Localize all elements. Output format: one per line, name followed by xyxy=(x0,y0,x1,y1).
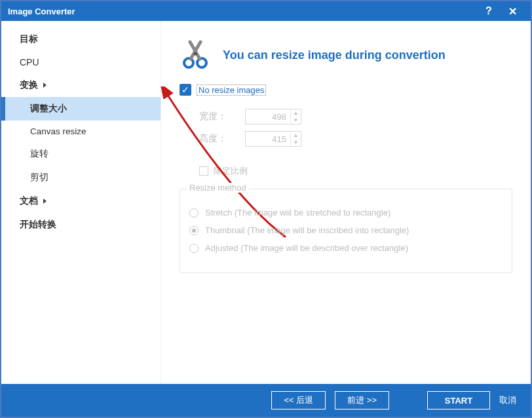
height-down-icon[interactable]: ▼ xyxy=(291,139,301,146)
no-resize-label[interactable]: No resize images xyxy=(197,85,266,96)
resize-method-legend: Resize method xyxy=(187,183,249,193)
sidebar-item-cpu[interactable]: CPU xyxy=(1,51,161,73)
radio-thumbnail-label: Thumbnail (The image will be inscribed i… xyxy=(205,225,409,235)
sidebar-subitem-crop[interactable]: 剪切 xyxy=(1,166,161,189)
forward-button[interactable]: 前进 >> xyxy=(335,391,389,409)
width-label: 宽度： xyxy=(199,111,245,123)
radio-stretch-icon xyxy=(189,208,199,218)
proportional-label: 限定比例 xyxy=(214,165,248,177)
scissors-icon xyxy=(180,39,211,71)
sidebar-subitem-canvas-resize[interactable]: Canvas resize xyxy=(1,121,161,142)
sidebar-item-document[interactable]: 文档 xyxy=(1,189,161,213)
radio-thumbnail[interactable]: Thumbnail (The image will be inscribed i… xyxy=(189,225,503,235)
sidebar-subitem-resize[interactable]: 调整大小 xyxy=(1,97,161,121)
page-title: You can resize image during convertion xyxy=(223,48,446,62)
radio-adjusted-icon xyxy=(189,244,199,253)
radio-adjusted-label: Adjusted (The image will be described ov… xyxy=(205,243,408,253)
content-panel: You can resize image during convertion ✓… xyxy=(161,21,531,384)
svg-point-2 xyxy=(194,52,197,56)
help-button[interactable]: ? xyxy=(477,1,501,21)
width-stepper[interactable]: ▲▼ xyxy=(245,109,301,124)
radio-stretch[interactable]: Stretch (The image wiil be stretched to … xyxy=(189,208,503,218)
width-down-icon[interactable]: ▼ xyxy=(291,117,301,124)
window-title: Image Converter xyxy=(8,7,75,16)
sidebar-subitem-rotate[interactable]: 旋转 xyxy=(1,142,161,166)
height-stepper[interactable]: ▲▼ xyxy=(245,131,301,147)
sidebar: 目标 CPU 变换 调整大小 Canvas resize 旋转 剪切 文档 开始… xyxy=(1,21,161,384)
back-button[interactable]: << 后退 xyxy=(271,391,326,409)
titlebar: Image Converter ? ✕ xyxy=(1,1,531,21)
sidebar-item-transform[interactable]: 变换 xyxy=(1,73,161,97)
radio-adjusted[interactable]: Adjusted (The image will be described ov… xyxy=(189,243,503,253)
cancel-button[interactable]: 取消 xyxy=(499,391,516,409)
height-label: 高度： xyxy=(199,133,245,145)
no-resize-checkbox[interactable]: ✓ xyxy=(180,84,191,96)
close-button[interactable]: ✕ xyxy=(501,1,524,21)
proportional-checkbox[interactable] xyxy=(199,166,208,176)
radio-thumbnail-icon xyxy=(189,226,199,235)
height-up-icon[interactable]: ▲ xyxy=(291,132,301,139)
footer: << 后退 前进 >> START 取消 xyxy=(1,384,531,417)
start-button[interactable]: START xyxy=(427,391,490,409)
width-input[interactable] xyxy=(246,109,290,124)
radio-stretch-label: Stretch (The image wiil be stretched to … xyxy=(205,208,390,218)
sidebar-item-destination[interactable]: 目标 xyxy=(1,28,161,51)
width-up-icon[interactable]: ▲ xyxy=(291,109,301,117)
resize-method-group: Resize method Stretch (The image wiil be… xyxy=(180,189,512,273)
sidebar-item-start-convert[interactable]: 开始转换 xyxy=(1,213,161,237)
height-input[interactable] xyxy=(246,132,290,146)
